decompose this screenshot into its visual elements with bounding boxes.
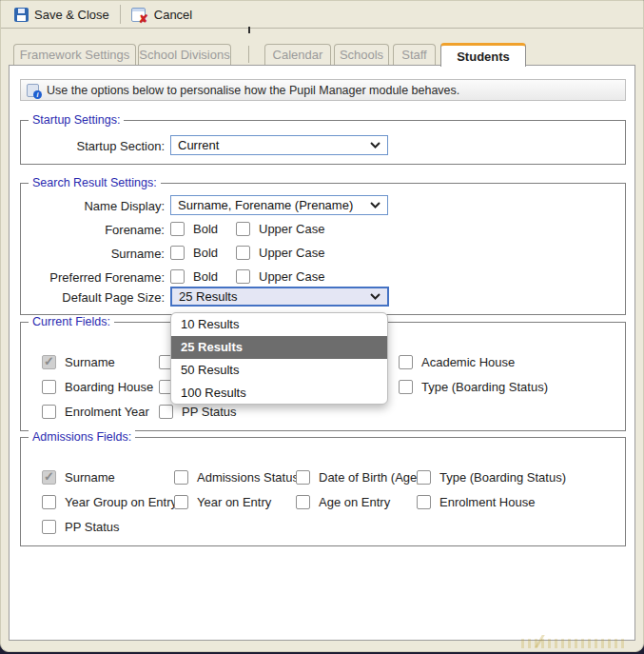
forename-label: Forename:	[20, 223, 165, 237]
forename-bold-option: Bold	[170, 222, 218, 236]
tab-group-separator	[248, 46, 249, 63]
admissions-date-of-birth-option: Date of Birth (Age)	[296, 470, 421, 485]
current-type-boarding-status-option: Type (Boarding Status)	[399, 380, 548, 394]
checkbox-label: Type (Boarding Status)	[439, 470, 566, 485]
settings-window: Save & Close Cancel Framework Settings S…	[0, 0, 644, 654]
surname-uppercase-option: Upper Case	[236, 246, 324, 260]
search-result-settings-legend: Search Result Settings:	[29, 176, 161, 189]
upper-case-label: Upper Case	[259, 269, 324, 284]
forename-uppercase-checkbox[interactable]	[236, 222, 250, 236]
tab-calendar[interactable]: Calendar	[264, 44, 331, 65]
save-icon	[14, 8, 29, 22]
save-close-button[interactable]: Save & Close	[9, 3, 115, 26]
checkbox-label: PP Status	[65, 520, 120, 534]
checkbox-label: Type (Boarding Status)	[421, 380, 548, 394]
upper-case-label: Upper Case	[259, 222, 324, 236]
checkbox-label: Surname	[65, 355, 115, 369]
startup-section-label: Startup Section:	[20, 139, 165, 153]
admissions-surname-option: Surname	[42, 470, 115, 485]
surname-label: Surname:	[20, 247, 165, 261]
tab-schools[interactable]: Schools	[334, 44, 389, 65]
name-display-value: Surname, Forename (Prename)	[178, 198, 353, 212]
current-pp-status-checkbox[interactable]	[159, 405, 173, 419]
default-page-size-label: Default Page Size:	[20, 290, 165, 305]
checkbox-label: Year Group on Entry	[65, 495, 177, 509]
preferred-forename-label: Preferred Forename:	[20, 270, 165, 285]
current-boarding-house-option: Boarding House	[42, 380, 153, 394]
current-type-boarding-status-checkbox[interactable]	[399, 380, 413, 394]
info-text: Use the options below to personalise how…	[47, 84, 459, 97]
tab-framework-settings[interactable]: Framework Settings	[13, 44, 136, 65]
page-size-option-25[interactable]: 25 Results	[171, 336, 387, 359]
checkbox-label: Academic House	[421, 355, 515, 369]
current-surname-checkbox[interactable]	[42, 355, 56, 369]
tab-students[interactable]: Students	[440, 43, 526, 67]
current-pp-status-option: PP Status	[159, 405, 237, 419]
current-boarding-house-checkbox[interactable]	[42, 380, 56, 394]
tab-school-divisions[interactable]: School Divisions	[138, 44, 231, 65]
toolbar: Save & Close Cancel	[1, 1, 643, 29]
cancel-icon	[131, 8, 146, 22]
page-size-option-10[interactable]: 10 Results	[171, 313, 387, 336]
admissions-year-on-entry-checkbox[interactable]	[174, 495, 188, 509]
admissions-status-checkbox[interactable]	[174, 470, 188, 485]
forename-bold-checkbox[interactable]	[170, 222, 185, 236]
preferred-forename-uppercase-checkbox[interactable]	[236, 269, 250, 284]
checkbox-label: Enrolment House	[439, 495, 535, 509]
admissions-date-of-birth-checkbox[interactable]	[296, 470, 310, 485]
current-fields-legend: Current Fields:	[29, 315, 114, 328]
surname-bold-checkbox[interactable]	[170, 246, 185, 260]
admissions-pp-status-checkbox[interactable]	[42, 520, 56, 534]
startup-settings-legend: Startup Settings:	[29, 113, 124, 127]
surname-uppercase-checkbox[interactable]	[236, 246, 250, 260]
window-frame: Save & Close Cancel Framework Settings S…	[0, 0, 644, 652]
preferred-forename-bold-checkbox[interactable]	[170, 269, 185, 284]
checkbox-label: Admissions Status	[197, 470, 299, 485]
checkbox-label: PP Status	[182, 405, 237, 419]
cancel-button[interactable]: Cancel	[126, 3, 198, 26]
chevron-down-icon	[370, 142, 381, 149]
bold-label: Bold	[193, 269, 218, 284]
name-display-label: Name Display:	[20, 199, 165, 213]
startup-section-select[interactable]: Current	[170, 135, 388, 155]
info-icon	[27, 84, 39, 97]
current-academic-house-checkbox[interactable]	[399, 355, 413, 369]
admissions-year-group-on-entry-checkbox[interactable]	[42, 495, 56, 509]
save-close-label: Save & Close	[34, 8, 109, 22]
forename-uppercase-option: Upper Case	[236, 222, 324, 236]
chevron-down-icon	[370, 293, 381, 300]
default-page-size-value: 25 Results	[179, 289, 237, 304]
admissions-pp-status-option: PP Status	[42, 520, 120, 534]
upper-case-label: Upper Case	[259, 246, 324, 260]
bold-label: Bold	[193, 222, 218, 236]
name-display-select[interactable]: Surname, Forename (Prename)	[170, 195, 388, 215]
admissions-fields-legend: Admissions Fields:	[29, 430, 135, 444]
admissions-enrolment-house-option: Enrolment House	[417, 495, 535, 509]
checkbox-label: Age on Entry	[319, 495, 390, 509]
current-enrolment-year-checkbox[interactable]	[42, 405, 56, 419]
cancel-label: Cancel	[154, 8, 192, 22]
checkbox-label: Enrolment Year	[65, 405, 149, 419]
admissions-status-option: Admissions Status	[174, 470, 299, 485]
startup-section-value: Current	[178, 138, 219, 152]
page-size-option-50[interactable]: 50 Results	[171, 359, 387, 382]
surname-bold-option: Bold	[170, 246, 218, 260]
admissions-type-boarding-status-checkbox[interactable]	[417, 470, 431, 485]
preferred-forename-uppercase-option: Upper Case	[236, 269, 324, 284]
default-page-size-select[interactable]: 25 Results	[170, 287, 389, 307]
current-surname-option: Surname	[42, 355, 115, 369]
checkbox-label: Boarding House	[65, 380, 153, 394]
chevron-down-icon	[370, 202, 381, 208]
page-size-option-100[interactable]: 100 Results	[171, 382, 387, 405]
window-artifact-tick	[248, 27, 250, 33]
bold-label: Bold	[193, 246, 218, 260]
admissions-enrolment-house-checkbox[interactable]	[417, 495, 431, 509]
admissions-age-on-entry-checkbox[interactable]	[296, 495, 310, 509]
current-enrolment-year-option: Enrolment Year	[42, 405, 149, 419]
admissions-surname-checkbox[interactable]	[42, 470, 56, 485]
admissions-year-group-on-entry-option: Year Group on Entry	[42, 495, 177, 509]
preferred-forename-bold-option: Bold	[170, 269, 218, 284]
admissions-year-on-entry-option: Year on Entry	[174, 495, 271, 509]
info-bar: Use the options below to personalise how…	[20, 79, 626, 101]
tab-staff[interactable]: Staff	[393, 44, 436, 65]
